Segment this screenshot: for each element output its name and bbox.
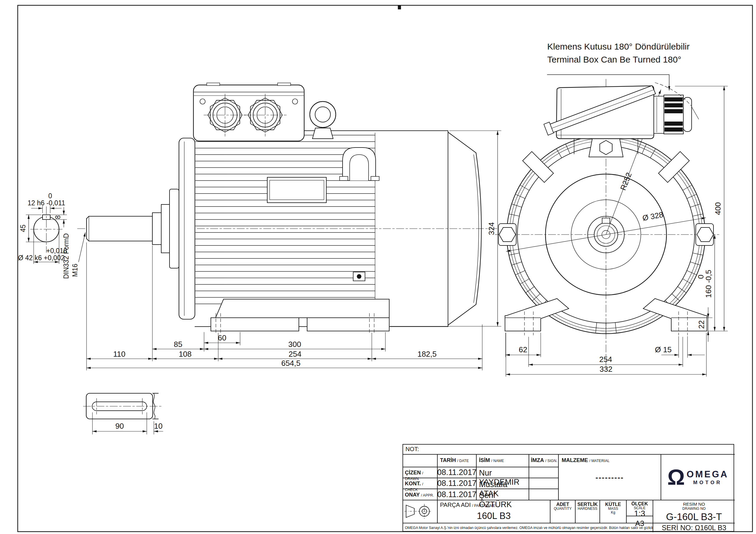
kutle-label: KÜTLE (600, 502, 626, 507)
dim-254-front: 254 (599, 355, 612, 364)
dim-654-5: 654,5 (281, 359, 300, 368)
header-imza: İMZA (531, 457, 544, 463)
omega-motor-logo: Ω OMEGA MOTOR (661, 455, 735, 500)
olcek-label: ÖLÇEK (627, 501, 653, 506)
frame-centering-mark (398, 5, 401, 9)
cizen-signature (528, 467, 558, 478)
malzeme-value: --------- (559, 473, 661, 482)
label-thread: M16 (71, 264, 79, 277)
dim-254-side: 254 (288, 350, 301, 358)
title-block: NOT: TARİH / DATE İSİM / NAME İMZA / SIG… (402, 444, 734, 532)
kutle-unit: Kg (600, 511, 626, 515)
dim-key-tol-upper: 0 (48, 192, 52, 200)
dim-10: 10 (154, 421, 163, 430)
part-name-value: 160L B3 (438, 511, 550, 521)
terminal-box-side (193, 83, 304, 141)
row-kont-label: KONT. (405, 481, 421, 487)
sertlik-label: SERTLİK (576, 502, 600, 507)
dim-324: 324 (487, 222, 496, 235)
dim-90: 90 (116, 421, 124, 430)
annotation-line2: Terminal Box Can Be Turned 180° (547, 55, 681, 64)
dim-60: 60 (218, 333, 227, 342)
dim-182-5: 182,5 (417, 350, 437, 358)
dim-300: 300 (288, 340, 301, 349)
adet-label: ADET (551, 502, 575, 507)
kont-signature (528, 478, 558, 489)
foot-bracket-side (216, 299, 389, 318)
drawing-no-value: G-160L B3-T (653, 511, 735, 522)
dim-110: 110 (113, 350, 125, 358)
dim-8: 8 (54, 216, 62, 219)
label-centre-hole: DIN332 FormD (62, 233, 70, 279)
cizen-date: 08.11.2017 (437, 467, 476, 478)
onay-name: Şerif ÖZTÜRK (476, 489, 528, 500)
brand-name: OMEGA (687, 469, 729, 480)
resim-no-label: RESİM NO (653, 501, 735, 507)
dim-160: 160 -0,5 (704, 270, 713, 298)
cizen-name: Nur YAYDEMİR (476, 467, 528, 478)
dim-45: 45 (19, 224, 27, 232)
row-cizen-label: ÇİZEN (405, 470, 421, 475)
row-onay-label: ONAY (405, 492, 419, 498)
kont-name: Mustafa ATAK (476, 478, 528, 489)
shaft-keyway-front (602, 218, 610, 223)
front-view (495, 75, 728, 376)
resim-no-label-en: DRAWING NO (653, 507, 735, 511)
sertlik-label-en: HARDNESS (576, 507, 600, 511)
annotation-line1: Klemens Kutusu 180° Döndürülebilir (547, 41, 689, 51)
header-imza-en: / SIGN. (545, 459, 557, 463)
onay-signature (528, 489, 558, 500)
header-isim-en: / NAME (491, 459, 504, 463)
dim-400: 400 (714, 202, 722, 215)
dim-332: 332 (600, 365, 612, 373)
eye-bolt (310, 101, 336, 139)
row-onay-label-en: / APPR. (421, 493, 434, 497)
dim-62: 62 (519, 345, 527, 354)
parca-adi-label: PARÇA ADI (440, 501, 471, 508)
brand-word: MOTOR (693, 480, 722, 486)
dim-85: 85 (174, 340, 182, 349)
seri-no: SERİ NO: Ω160L B3 (653, 523, 735, 532)
side-view (77, 83, 502, 335)
header-tarih: TARİH (440, 457, 456, 463)
dim-key-width: 12 h6 -0,011 (27, 199, 65, 207)
header-malzeme-en: / MATERIAL (589, 459, 609, 463)
header-tarih-en: / DATE (457, 459, 469, 463)
disclaimer-text: OMEGA Motor Sanayi A.Ş.'nin izni olmadan… (403, 523, 653, 530)
projection-symbol (403, 500, 436, 522)
kont-date: 08.11.2017 (437, 478, 476, 489)
terminal-box-front (544, 83, 699, 139)
dim-dia15: Ø 15 (655, 345, 671, 354)
dim-dia328: Ø 328 (642, 210, 664, 222)
dim-108: 108 (179, 350, 191, 358)
side-view-dimensions (87, 131, 501, 370)
onay-date: 08.11.2017 (437, 489, 476, 500)
parca-adi-label-en: / PART NAME (472, 504, 496, 508)
drawing-sheet: Klemens Kutusu 180° Döndürülebilir Termi… (0, 0, 756, 534)
dim-r252: R252 (618, 171, 633, 191)
note-label: NOT: (403, 446, 419, 452)
dim-22: 22 (697, 320, 706, 329)
adet-label-en: QUANTITY (551, 507, 575, 511)
omega-symbol: Ω (667, 467, 685, 488)
dim-shaft-dia: Ø 42 k6 +0,002 (18, 254, 65, 262)
header-isim: İSİM (479, 457, 490, 463)
header-malzeme: MALZEME (562, 457, 588, 463)
